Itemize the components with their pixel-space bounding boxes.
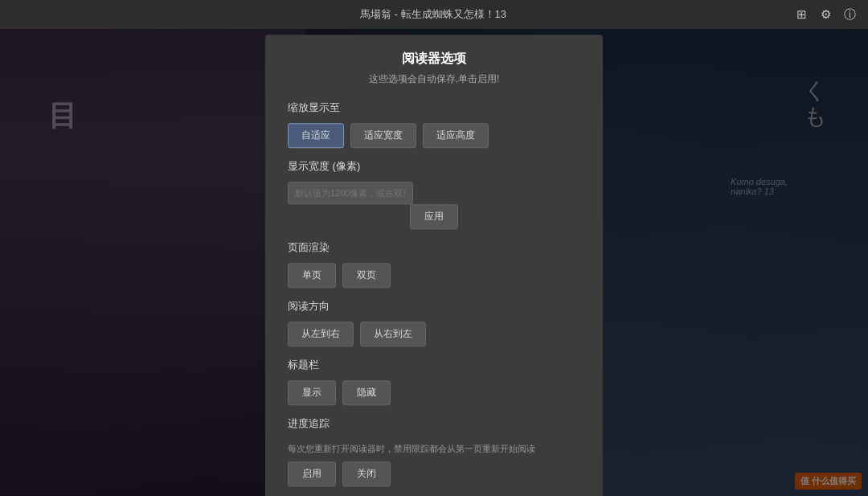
direction-section-label: 阅读方向 — [288, 299, 580, 314]
progress-description: 每次您重新打开阅读器时，禁用限踪都会从第一页重新开始阅读 — [288, 442, 580, 456]
show-titlebar-button[interactable]: 显示 — [288, 380, 336, 405]
titlebar-buttons: 显示 隐藏 — [288, 380, 580, 405]
reader-options-modal: 阅读器选项 这些选项会自动保存,单击启用! 缩放显示至 自适应 适应宽度 适应高… — [265, 35, 603, 496]
enable-progress-button[interactable]: 启用 — [288, 461, 336, 486]
double-page-button[interactable]: 双页 — [342, 263, 391, 288]
apply-btn-row: 应用 — [288, 204, 580, 229]
progress-buttons: 启用 关闭 — [288, 461, 580, 486]
rtl-button[interactable]: 从右到左 — [360, 322, 426, 346]
apply-button[interactable]: 应用 — [410, 204, 458, 229]
progress-section-label: 进度追踪 — [288, 416, 580, 431]
topbar-title: 馬場翁 - 転生成蜘蛛又怎様！13 — [74, 7, 792, 22]
zoom-height-button[interactable]: 适应高度 — [423, 123, 489, 148]
titlebar-section-label: 标题栏 — [288, 358, 580, 372]
info-icon[interactable]: ⓘ — [841, 6, 858, 23]
width-section-label: 显示宽度 (像素) — [288, 159, 580, 174]
direction-buttons: 从左到右 从右到左 — [288, 322, 580, 346]
render-buttons: 单页 双页 — [288, 263, 580, 288]
modal-title: 阅读器选项 — [288, 51, 580, 68]
progress-section: 每次您重新打开阅读器时，禁用限踪都会从第一页重新开始阅读 启用 关闭 — [288, 442, 580, 487]
render-section-label: 页面渲染 — [288, 240, 580, 255]
gear-icon[interactable]: ⚙ — [817, 6, 834, 23]
topbar: 馬場翁 - 転生成蜘蛛又怎様！13 ⊞ ⚙ ⓘ — [0, 0, 868, 29]
zoom-buttons: 自适应 适应宽度 适应高度 — [288, 123, 580, 148]
disable-progress-button[interactable]: 关闭 — [342, 461, 391, 486]
zoom-section-label: 缩放显示至 — [288, 100, 580, 115]
topbar-icons: ⊞ ⚙ ⓘ — [792, 6, 858, 23]
modal-subtitle: 这些选项会自动保存,单击启用! — [288, 72, 580, 86]
grid-icon[interactable]: ⊞ — [792, 6, 810, 23]
zoom-width-button[interactable]: 适应宽度 — [350, 123, 416, 148]
hide-titlebar-button[interactable]: 隐藏 — [342, 380, 391, 405]
zoom-auto-button[interactable]: 自适应 — [288, 123, 344, 148]
width-input[interactable] — [288, 182, 413, 204]
width-section: 应用 — [288, 182, 580, 229]
single-page-button[interactable]: 单页 — [288, 263, 336, 288]
ltr-button[interactable]: 从左到右 — [288, 322, 354, 346]
